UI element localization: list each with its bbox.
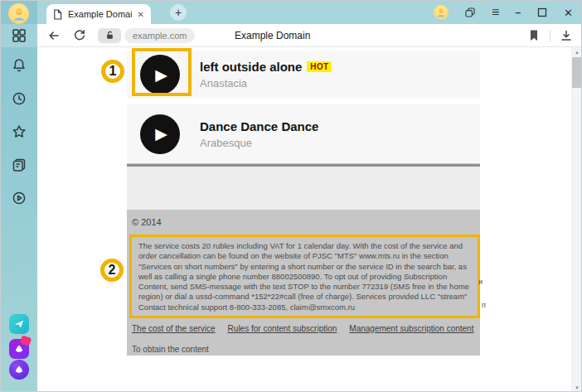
play-button[interactable]: ▶	[140, 114, 180, 154]
scrollbar-thumb[interactable]	[572, 57, 582, 88]
tab-panels-icon[interactable]	[464, 7, 476, 18]
tab-strip: Example Domain ✕ + ≡ – ✕	[37, 1, 582, 24]
history-clock-icon[interactable]	[11, 90, 27, 107]
spacer-block	[127, 167, 480, 210]
link-cost-of-service[interactable]: The cost of the service	[132, 324, 216, 333]
back-arrow-icon[interactable]	[47, 29, 61, 42]
annotation-circle-2: 2	[100, 259, 124, 282]
window-minimize-icon[interactable]: –	[515, 7, 521, 17]
address-url[interactable]: example.com	[124, 28, 195, 43]
scroll-down-icon[interactable]: ▼	[571, 385, 582, 390]
collections-cards-icon[interactable]	[11, 157, 27, 173]
play-icon: ▶	[155, 126, 167, 142]
apps-grid-icon[interactable]	[11, 27, 27, 44]
service-footer: © 2014 The service costs 20 rubles inclu…	[127, 210, 480, 356]
notifications-bell-icon[interactable]	[11, 57, 27, 74]
bookmark-flag-icon[interactable]	[527, 29, 541, 42]
tab-close-icon[interactable]: ✕	[138, 10, 144, 19]
download-icon[interactable]	[560, 29, 573, 42]
reload-icon[interactable]	[73, 29, 86, 42]
alice-assistant-icon[interactable]	[9, 360, 29, 380]
link-rules-content-subscription[interactable]: Rules for content subscription	[228, 324, 337, 333]
telegram-messenger-icon[interactable]	[9, 314, 29, 334]
page-scrollbar[interactable]: ▲ ▼	[571, 47, 582, 392]
profile-avatar[interactable]	[8, 3, 29, 24]
stray-character-2: п	[482, 301, 486, 309]
browser-window: Example Domain ✕ + ≡ – ✕	[0, 0, 582, 392]
toolbar-separator	[550, 30, 550, 42]
scroll-up-icon[interactable]: ▲	[571, 50, 582, 55]
tab-example-domain[interactable]: Example Domain ✕	[46, 4, 151, 24]
browser-sidebar	[1, 1, 37, 392]
page-content: ▶ left outside alone HOT Anastacia ▶	[37, 47, 582, 392]
yandex-messenger-icon[interactable]	[9, 339, 29, 359]
new-tab-button[interactable]: +	[170, 4, 187, 21]
profile-avatar-mini[interactable]	[434, 5, 449, 20]
copyright-text: © 2014	[127, 210, 480, 227]
track-artist: Arabesque	[200, 137, 318, 149]
window-close-icon[interactable]: ✕	[564, 7, 573, 18]
link-management-subscription[interactable]: Management subscription content	[349, 324, 473, 333]
address-toolbar: example.com Example Domain	[37, 24, 582, 47]
avatar-girl-icon	[11, 6, 27, 22]
track-row: ▶ Dance Dance Dance Arabesque	[127, 104, 480, 163]
hot-badge: HOT	[307, 61, 332, 72]
menu-hamburger-icon[interactable]: ≡	[492, 6, 499, 19]
track-title: left outside alone	[200, 60, 302, 74]
annotation-circle-1: 1	[101, 60, 124, 83]
annotation-highlight-box-1	[132, 48, 192, 96]
avatar-girl-icon	[435, 7, 447, 18]
tab-title: Example Domain	[68, 9, 132, 19]
document-icon	[53, 9, 62, 20]
web-document: ▶ left outside alone HOT Anastacia ▶	[127, 51, 480, 356]
site-security-lock-icon[interactable]	[98, 28, 121, 43]
window-maximize-icon[interactable]	[536, 7, 548, 18]
footer-links: The cost of the service Rules for conten…	[132, 324, 480, 333]
service-terms-text: The service costs 20 rubles including VA…	[138, 241, 469, 312]
stray-character-1: и	[478, 278, 483, 286]
obtain-content-text: To obtain the content	[132, 345, 480, 354]
row-gap	[127, 99, 480, 104]
bookmarks-star-icon[interactable]	[11, 123, 27, 140]
track-artist: Anastacia	[200, 77, 332, 90]
toolbar-page-title: Example Domain	[235, 24, 310, 47]
media-play-circle-icon[interactable]	[11, 190, 27, 206]
track-title: Dance Dance Dance	[200, 119, 318, 133]
service-terms-highlight-box: The service costs 20 rubles including VA…	[129, 235, 480, 318]
